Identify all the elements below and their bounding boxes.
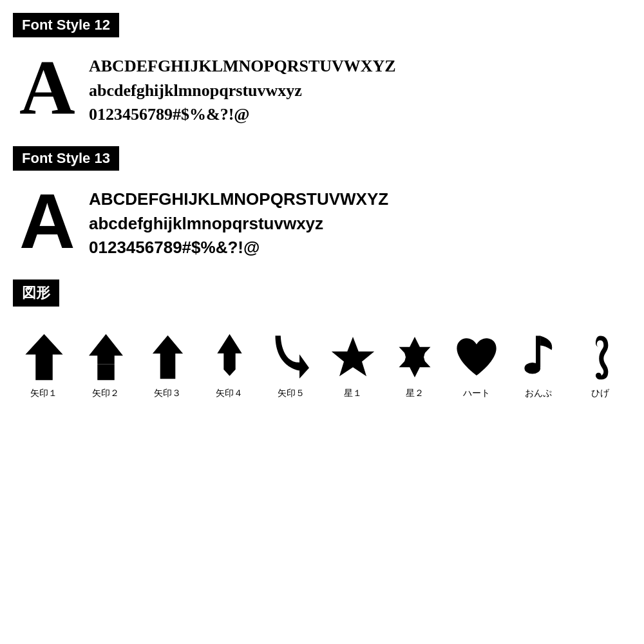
- shape-item-star2: 星２: [389, 331, 440, 399]
- svg-point-9: [524, 363, 540, 374]
- music-icon: [516, 331, 561, 383]
- mustache-icon: [578, 331, 623, 383]
- font-style-13-section: Font Style 13 A ABCDEFGHIJKLMNOPQRSTUVWX…: [13, 146, 631, 260]
- svg-rect-2: [97, 364, 114, 380]
- shape-item-arrow4: 矢印４: [204, 331, 255, 399]
- font-12-numbers: 0123456789#$%&?!@: [89, 102, 396, 127]
- shapes-label: 図形: [13, 279, 59, 307]
- font-13-uppercase: ABCDEFGHIJKLMNOPQRSTUVWXYZ: [89, 187, 388, 212]
- svg-marker-4: [217, 334, 242, 375]
- svg-marker-5: [332, 337, 375, 376]
- arrow1-icon: [21, 331, 66, 383]
- star1-label: 星１: [344, 388, 362, 399]
- shape-item-mustache: ひげ: [574, 331, 626, 399]
- star2-label: 星２: [406, 388, 424, 399]
- font-style-12-section: Font Style 12 A ABCDEFGHIJKLMNOPQRSTUVWX…: [13, 13, 631, 127]
- arrow3-label: 矢印３: [154, 388, 181, 399]
- arrow3-icon: [145, 331, 190, 383]
- font-style-13-label: Font Style 13: [13, 146, 119, 171]
- font-12-lowercase: abcdefghijklmnopqrstuvwxyz: [89, 79, 396, 103]
- mustache-label: ひげ: [591, 388, 609, 399]
- shapes-section: 図形 矢印１: [13, 279, 631, 406]
- arrow4-label: 矢印４: [216, 388, 243, 399]
- svg-marker-3: [152, 335, 182, 379]
- font-12-uppercase: ABCDEFGHIJKLMNOPQRSTUVWXYZ: [89, 54, 396, 79]
- arrow1-label: 矢印１: [30, 388, 57, 399]
- star1-icon: [330, 331, 375, 383]
- font-13-numbers: 0123456789#$%&?!@: [89, 236, 388, 260]
- svg-marker-0: [25, 334, 62, 379]
- font-13-demo: A ABCDEFGHIJKLMNOPQRSTUVWXYZ abcdefghijk…: [13, 182, 631, 260]
- arrow2-icon: [83, 331, 128, 383]
- shape-item-arrow2: 矢印２: [80, 331, 131, 399]
- shape-item-arrow5: 矢印５: [265, 331, 317, 399]
- font-12-big-a: A: [19, 49, 77, 126]
- font-12-demo: A ABCDEFGHIJKLMNOPQRSTUVWXYZ abcdefghijk…: [13, 49, 631, 127]
- shape-item-arrow3: 矢印３: [142, 331, 193, 399]
- page: Font Style 12 A ABCDEFGHIJKLMNOPQRSTUVWX…: [0, 0, 644, 419]
- arrow4-icon: [207, 331, 252, 383]
- shape-item-music: おんぷ: [513, 331, 564, 399]
- arrow2-label: 矢印２: [92, 388, 119, 399]
- music-label: おんぷ: [525, 388, 552, 399]
- font-13-lowercase: abcdefghijklmnopqrstuvwxyz: [89, 212, 388, 236]
- shape-item-arrow1: 矢印１: [18, 331, 70, 399]
- arrow5-label: 矢印５: [278, 388, 305, 399]
- font-style-12-label: Font Style 12: [13, 13, 119, 37]
- font-13-chars: ABCDEFGHIJKLMNOPQRSTUVWXYZ abcdefghijklm…: [89, 182, 388, 260]
- font-13-big-a: A: [19, 182, 77, 260]
- arrow5-icon: [269, 331, 314, 383]
- shape-item-heart: ハート: [451, 331, 502, 399]
- star2-icon: [392, 331, 437, 383]
- svg-marker-1: [89, 334, 123, 364]
- heart-icon: [454, 331, 499, 383]
- shape-item-star1: 星１: [327, 331, 379, 399]
- shapes-grid: 矢印１ 矢印２: [13, 318, 631, 406]
- svg-rect-8: [536, 336, 540, 367]
- font-12-chars: ABCDEFGHIJKLMNOPQRSTUVWXYZ abcdefghijklm…: [89, 49, 396, 127]
- heart-label: ハート: [463, 388, 490, 399]
